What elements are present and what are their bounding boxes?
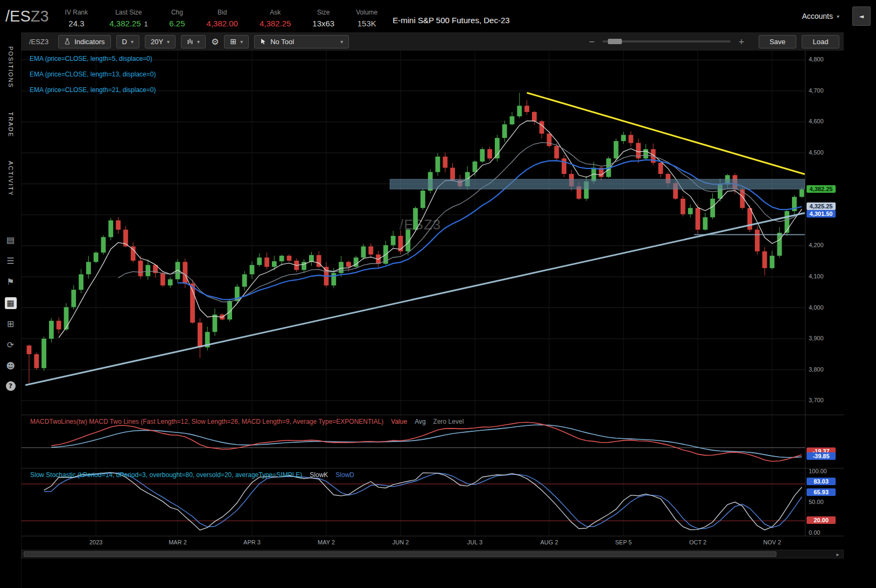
- axis-tick-label: 4,100: [809, 273, 824, 279]
- axis-tick-label: 3,700: [809, 397, 824, 403]
- watchlist-icon[interactable]: ☰: [5, 255, 17, 267]
- toolbar-symbol: /ESZ3: [29, 38, 48, 46]
- history-clock-icon[interactable]: ⟳: [5, 339, 17, 351]
- stat-ask: Ask 4,382.25: [260, 9, 291, 28]
- h-scrollbar[interactable]: ▸: [22, 550, 844, 558]
- chevron-down-icon: ▾: [197, 39, 200, 45]
- stochastic-study-label[interactable]: Slow Stochastic (kPeriod=14, dPeriod=3, …: [30, 471, 354, 479]
- grid-style-dropdown[interactable]: ⊞ ▾: [224, 35, 249, 48]
- grid-icon: ⊞: [230, 37, 236, 46]
- quotes-monitor-icon[interactable]: ▤: [5, 234, 17, 246]
- price-chart[interactable]: +: [22, 51, 805, 415]
- axis-price-badge: 83.03: [807, 478, 836, 485]
- macd-study-label[interactable]: MACDTwoLines(tw) MACD Two Lines (Fast Le…: [30, 418, 464, 425]
- ema5-label[interactable]: EMA (price=CLOSE, length=5, displace=0): [30, 55, 156, 62]
- zoom-slider[interactable]: [602, 40, 731, 43]
- macd-legend-avg: Avg: [415, 418, 425, 425]
- axis-tick-label: 4,500: [809, 149, 824, 156]
- bar-chart-icon: [187, 38, 193, 45]
- time-axis-label: APR 3: [236, 539, 268, 545]
- chevron-down-icon: ▾: [340, 39, 343, 45]
- symbol-suffix: Z3: [31, 8, 49, 25]
- stochastic-panel: Slow Stochastic (kPeriod=14, dPeriod=3, …: [22, 468, 844, 536]
- stoch-legend-slowd: SlowD: [335, 471, 354, 479]
- chevron-down-icon: ▾: [240, 39, 243, 45]
- ema13-label[interactable]: EMA (price=CLOSE, length=13, displace=0): [30, 71, 156, 78]
- load-button[interactable]: Load: [802, 35, 839, 48]
- axis-tick-label: 4,600: [809, 118, 824, 124]
- indicators-button[interactable]: Indicators: [58, 35, 110, 48]
- axis-price-badge: 65.93: [807, 488, 836, 496]
- study-labels: EMA (price=CLOSE, length=5, displace=0) …: [30, 55, 156, 102]
- axis-tick-label: 4,000: [809, 304, 824, 311]
- chevron-down-icon: ▾: [837, 13, 839, 19]
- sidebar-tab-trade[interactable]: TRADE: [8, 112, 14, 137]
- stat-size: Size 13x63: [312, 9, 334, 28]
- symbol-root: /ES: [5, 8, 31, 25]
- stoch-legend-slowk: SlowK: [310, 471, 328, 479]
- chevron-left-icon: ◄: [859, 13, 864, 20]
- zoom-slider-handle[interactable]: [608, 39, 622, 44]
- drawing-tool-dropdown[interactable]: No Tool ▾: [254, 35, 349, 48]
- time-axis-label: NOV 2: [756, 539, 788, 545]
- axis-tick-label: 100.00: [809, 468, 827, 474]
- stat-iv-rank: IV Rank 24.3: [65, 9, 88, 28]
- price-axis[interactable]: 4,8004,7004,6004,5004,2004,1004,0003,900…: [805, 51, 844, 415]
- time-axis[interactable]: 2023MAR 2APR 3MAY 2JUN 2JUL 3AUG 2SEP 5O…: [22, 536, 844, 549]
- axis-tick-label: 3,900: [809, 335, 824, 341]
- chart-icon[interactable]: ▦: [5, 297, 17, 309]
- time-axis-label: AUG 2: [533, 539, 565, 545]
- axis-tick-label: 50.00: [809, 499, 824, 505]
- price-chart-panel: /ESZ3 + EMA (price=CLOSE, length=5, disp…: [22, 51, 844, 415]
- stat-bid: Bid 4,382.00: [207, 9, 238, 28]
- time-axis-label: MAR 2: [162, 539, 194, 545]
- aggregation-dropdown[interactable]: D ▾: [116, 35, 139, 48]
- time-axis-label: OCT 2: [682, 539, 714, 545]
- axis-tick-label: 4,200: [809, 242, 824, 248]
- stochastic-axis: 100.0050.000.0083.0365.9320.00: [805, 468, 844, 536]
- time-axis-label: SEP 5: [607, 539, 640, 545]
- stat-last-size: Last Size 4,382.251: [109, 9, 148, 28]
- stat-chg: Chg 6.25: [169, 9, 185, 28]
- chart-type-dropdown[interactable]: ▾: [181, 35, 206, 48]
- flag-icon[interactable]: ⚑: [5, 276, 17, 288]
- macd-legend-zero: Zero Level: [433, 418, 464, 425]
- arrow-right-icon: ▸: [836, 551, 839, 557]
- axis-price-badge: 4,301.50: [807, 210, 836, 218]
- chart-toolbar: /ESZ3 Indicators D ▾ 20Y ▾ ▾ ⚙ ⊞: [22, 32, 844, 51]
- scroll-right-button[interactable]: ▸: [833, 551, 842, 557]
- chevron-down-icon: ▾: [131, 39, 134, 45]
- left-sidebar: POSITIONS TRADE ACTIVITY ▤ ☰ ⚑ ▦ ⊞ ⟳ ☻ ?: [0, 32, 22, 588]
- flask-icon: [64, 38, 71, 45]
- zoom-in-button[interactable]: +: [738, 37, 745, 46]
- axis-tick-label: 4,700: [809, 87, 824, 94]
- community-icon[interactable]: ☻: [5, 360, 17, 372]
- sidebar-tab-activity[interactable]: ACTIVITY: [8, 161, 14, 197]
- collapse-panel-button[interactable]: ◄: [852, 6, 871, 26]
- stat-volume: Volume 153K: [356, 9, 377, 28]
- time-axis-label: MAY 2: [310, 539, 342, 545]
- symbol-title: /ESZ3: [5, 8, 49, 25]
- accounts-menu[interactable]: Accounts ▾: [802, 12, 839, 20]
- macd-axis: -19.37-39.85: [805, 415, 844, 468]
- macd-legend-value: Value: [391, 418, 407, 425]
- cursor-icon: [260, 38, 267, 45]
- ema21-label[interactable]: EMA (price=CLOSE, length=21, displace=0): [30, 86, 156, 94]
- time-axis-label: JUL 3: [459, 539, 491, 545]
- axis-tick-label: 0.00: [809, 529, 820, 536]
- axis-price-badge: 20.00: [807, 516, 836, 524]
- settings-button[interactable]: ⚙: [211, 37, 219, 47]
- range-dropdown[interactable]: 20Y ▾: [145, 35, 176, 48]
- h-scrollbar-handle[interactable]: [24, 551, 776, 557]
- contract-description: E-mini S&P 500 Futures, Dec-23: [393, 8, 509, 25]
- macd-panel: MACDTwoLines(tw) MACD Two Lines (Fast Le…: [22, 415, 844, 468]
- quote-stats: IV Rank 24.3 Last Size 4,382.251 Chg 6.2…: [65, 4, 378, 28]
- help-icon[interactable]: ?: [6, 381, 16, 391]
- sidebar-tab-positions[interactable]: POSITIONS: [8, 46, 14, 88]
- save-button[interactable]: Save: [759, 35, 796, 48]
- dashboard-grid-icon[interactable]: ⊞: [5, 318, 17, 330]
- axis-price-badge: 4,325.25: [807, 202, 836, 210]
- gear-icon: ⚙: [211, 37, 219, 47]
- zoom-out-button[interactable]: −: [589, 37, 595, 46]
- quote-header: /ESZ3 IV Rank 24.3 Last Size 4,382.251 C…: [0, 0, 876, 32]
